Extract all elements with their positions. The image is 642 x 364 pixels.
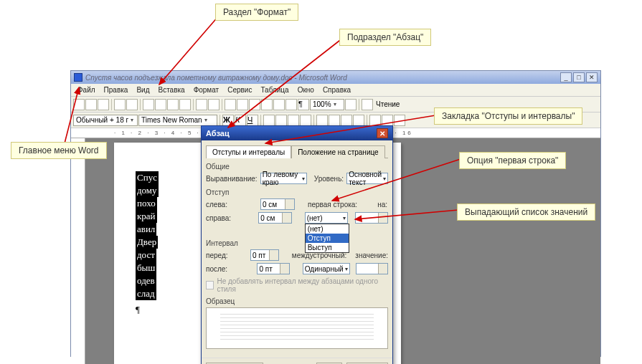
tab-indents[interactable]: Отступы и интервалы: [206, 145, 291, 158]
table-icon[interactable]: [237, 99, 248, 110]
callout-tab: Закладка "Отступы и интервалы": [434, 107, 582, 125]
word-titlebar[interactable]: Спустя часов подъезжала пометному витраж…: [71, 71, 600, 84]
vertical-ruler[interactable]: [71, 138, 85, 364]
docmap-icon[interactable]: [285, 99, 297, 110]
dialog-close-button[interactable]: ✕: [377, 128, 388, 138]
drawing-icon[interactable]: [273, 99, 285, 110]
menu-window[interactable]: Окно: [294, 85, 318, 95]
pilcrow-icon[interactable]: ¶: [298, 99, 309, 110]
italic-icon[interactable]: К: [235, 115, 246, 126]
no-space-label: Не добавлять интервал между абзацами одн…: [217, 277, 388, 293]
minimize-button[interactable]: _: [560, 72, 572, 82]
fontcolor-icon[interactable]: [394, 115, 405, 126]
menu-tools[interactable]: Сервис: [224, 85, 255, 95]
group-preview: Образец: [206, 297, 388, 305]
menu-help[interactable]: Справка: [319, 85, 354, 95]
firstline-combo[interactable]: (нет): [305, 212, 348, 224]
paragraph-dialog: Абзац ✕ Отступы и интервалы Положение на…: [201, 125, 393, 364]
firstline-on-label: на:: [377, 201, 387, 209]
cut-icon[interactable]: [155, 99, 166, 110]
borders-icon[interactable]: [369, 115, 381, 126]
numbering-icon[interactable]: [316, 115, 328, 126]
font-combo[interactable]: Times New Roman: [138, 115, 217, 126]
undo-icon[interactable]: [196, 99, 207, 110]
spacing-before-spin[interactable]: 0 пт: [250, 249, 279, 261]
help-icon[interactable]: [345, 99, 357, 110]
alignment-combo[interactable]: По левому краю: [260, 173, 307, 184]
underline-icon[interactable]: Ч: [247, 115, 258, 126]
copy-icon[interactable]: [167, 99, 179, 110]
word-app-icon: [74, 73, 82, 82]
alignment-label: Выравнивание:: [206, 175, 258, 183]
dialog-title: Абзац: [206, 129, 230, 138]
firstline-label: первая строка:: [308, 201, 357, 209]
align-right-icon[interactable]: [288, 115, 299, 126]
open-icon[interactable]: [85, 99, 97, 110]
spacing-after-spin[interactable]: 0 пт: [257, 263, 289, 274]
linespace-value-spin[interactable]: [356, 263, 388, 274]
hyperlink-icon[interactable]: [225, 99, 236, 110]
new-doc-icon[interactable]: [73, 99, 85, 110]
excel-icon[interactable]: [249, 99, 260, 110]
columns-icon[interactable]: [261, 99, 273, 110]
no-space-checkbox[interactable]: [206, 281, 214, 289]
word-menubar: Файл Правка Вид Вставка Формат Сервис Та…: [71, 84, 600, 97]
level-combo[interactable]: Основной текст: [346, 173, 388, 184]
group-indent: Отступ: [206, 188, 388, 196]
word-title: Спустя часов подъезжала пометному витраж…: [85, 74, 347, 82]
align-center-icon[interactable]: [275, 115, 287, 126]
callout-mainmenu: Главное меню Word: [11, 142, 107, 159]
spacing-after-label: после:: [206, 265, 254, 273]
menu-view[interactable]: Вид: [133, 85, 153, 95]
highlight-icon[interactable]: [382, 115, 393, 126]
firstline-dropdown-list[interactable]: (нет) Отступ Выступ: [305, 224, 349, 253]
level-label: Уровень:: [314, 175, 344, 183]
maximize-button[interactable]: □: [573, 72, 585, 82]
indent-right-label: справа:: [206, 214, 255, 222]
preview-icon[interactable]: [126, 99, 138, 110]
reading-icon[interactable]: [362, 99, 373, 110]
callout-dropdown: Выпадающий список значений: [457, 203, 595, 221]
linespace-combo[interactable]: Одинарный: [303, 263, 350, 274]
dropdown-item[interactable]: Отступ: [306, 234, 349, 243]
dialog-tabs: Отступы и интервалы Положение на страниц…: [206, 145, 388, 158]
bold-icon[interactable]: Ж: [222, 115, 234, 126]
dropdown-item[interactable]: Выступ: [306, 243, 349, 252]
redo-icon[interactable]: [208, 99, 219, 110]
style-combo[interactable]: Обычный + 18 г: [73, 115, 138, 126]
spacing-before-label: перед:: [206, 252, 247, 259]
firstline-value-spin[interactable]: [355, 212, 388, 224]
bullets-icon[interactable]: [329, 115, 340, 126]
indent-left-spin[interactable]: 0 см: [260, 198, 295, 210]
dialog-titlebar[interactable]: Абзац ✕: [202, 126, 392, 140]
outdent-icon[interactable]: [341, 115, 352, 126]
callout-firstline: Опция "первая строка": [459, 152, 566, 169]
tab-position[interactable]: Положение на странице: [291, 145, 384, 158]
linespace-value-label: значение:: [355, 252, 388, 259]
dropdown-item[interactable]: (нет): [306, 224, 349, 234]
group-general: Общие: [206, 163, 388, 171]
paste-icon[interactable]: [179, 99, 191, 110]
indent-right-spin[interactable]: 0 см: [258, 212, 291, 224]
menu-format[interactable]: Формат: [190, 85, 223, 95]
menu-table[interactable]: Таблица: [257, 85, 292, 95]
preview-box: [206, 307, 388, 349]
callout-format: Раздел "Формат": [215, 4, 298, 21]
menu-file[interactable]: Файл: [74, 85, 99, 95]
spell-icon[interactable]: [143, 99, 154, 110]
indent-icon[interactable]: [353, 115, 364, 126]
group-spacing: Интервал: [206, 239, 388, 247]
zoom-combo[interactable]: 100%: [310, 99, 344, 110]
indent-left-label: слева:: [206, 201, 258, 209]
menu-insert[interactable]: Вставка: [154, 85, 188, 95]
print-icon[interactable]: [114, 99, 126, 110]
save-icon[interactable]: [98, 99, 109, 110]
align-left-icon[interactable]: [263, 115, 275, 126]
menu-edit[interactable]: Правка: [100, 85, 132, 95]
reading-label[interactable]: Чтение: [374, 100, 402, 108]
close-button[interactable]: ✕: [586, 72, 598, 82]
callout-paragraph: Подраздел "Абзац": [339, 29, 431, 46]
align-justify-icon[interactable]: [300, 115, 311, 126]
